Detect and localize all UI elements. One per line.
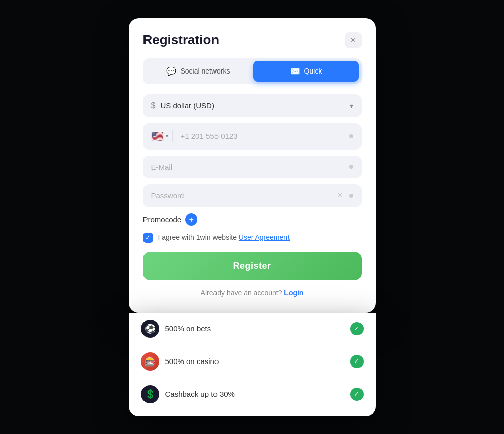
tab-quick[interactable]: ✉️ Quick: [253, 61, 359, 82]
bets-check-icon: ✓: [350, 322, 364, 335]
login-link[interactable]: Login: [284, 288, 303, 297]
list-item: 💲 Cashback up to 30% ✓: [135, 378, 370, 410]
add-promocode-button[interactable]: +: [185, 213, 197, 226]
email-icon: ✉️: [290, 66, 300, 76]
cashback-check-icon: ✓: [350, 388, 364, 401]
email-field[interactable]: E-Mail: [143, 156, 362, 178]
login-row: Already have an account? Login: [143, 288, 362, 297]
registration-modal: Registration × 💬 Social networks ✉️ Quic…: [129, 18, 376, 313]
modal-wrapper: Registration × 💬 Social networks ✉️ Quic…: [129, 18, 376, 416]
bets-bonus-text: 500% on bets: [165, 324, 344, 333]
phone-field: 🇺🇸 ▾ +1 201 555 0123: [143, 123, 362, 150]
dollar-icon: $: [151, 101, 156, 110]
casino-bonus-text: 500% on casino: [165, 357, 344, 366]
bets-icon-circle: ⚽: [141, 320, 159, 338]
list-item: 🎰 500% on casino ✓: [135, 345, 370, 378]
modal-title: Registration: [143, 32, 220, 48]
close-button[interactable]: ×: [345, 32, 362, 48]
cashback-icon-circle: 💲: [141, 385, 159, 403]
phone-group: 🇺🇸 ▾ +1 201 555 0123: [143, 123, 362, 150]
tab-social-networks[interactable]: 💬 Social networks: [146, 61, 251, 82]
agreement-text: I agree with 1win website User Agreement: [158, 233, 290, 243]
currency-value: US dollar (USD): [160, 101, 344, 110]
cashback-bonus-text: Cashback up to 30%: [165, 390, 344, 398]
register-button[interactable]: Register: [143, 252, 362, 280]
eye-icon[interactable]: 👁: [336, 191, 344, 200]
agreement-text-before: I agree with 1win website: [158, 233, 239, 241]
field-indicator: [349, 134, 353, 138]
email-indicator: [349, 165, 353, 169]
phone-placeholder[interactable]: +1 201 555 0123: [181, 132, 345, 140]
email-group: E-Mail: [143, 156, 362, 178]
password-indicator: [349, 194, 353, 198]
checkmark-icon: ✓: [145, 234, 151, 241]
password-field[interactable]: Password 👁: [143, 184, 362, 207]
modal-header: Registration ×: [143, 32, 362, 48]
currency-group: $ US dollar (USD) ▾: [143, 94, 362, 117]
chevron-down-icon: ▾: [350, 102, 353, 110]
tab-quick-label: Quick: [304, 67, 322, 75]
agreement-checkbox[interactable]: ✓: [143, 233, 153, 243]
casino-check-icon: ✓: [350, 355, 364, 368]
soccer-icon: ⚽: [145, 323, 156, 334]
password-placeholder: Password: [151, 191, 331, 200]
agreement-row: ✓ I agree with 1win website User Agreeme…: [143, 233, 362, 243]
flag-icon: 🇺🇸: [151, 130, 164, 142]
tab-group: 💬 Social networks ✉️ Quick: [143, 58, 362, 84]
password-group: Password 👁: [143, 184, 362, 207]
casino-icon: 🎰: [145, 356, 156, 367]
user-agreement-link[interactable]: User Agreement: [239, 233, 290, 241]
list-item: ⚽ 500% on bets ✓: [135, 313, 370, 345]
already-account-text: Already have an account?: [201, 288, 282, 297]
casino-icon-circle: 🎰: [141, 352, 159, 371]
email-placeholder: E-Mail: [151, 163, 344, 171]
flag-chevron-icon: ▾: [166, 133, 168, 139]
country-selector[interactable]: 🇺🇸 ▾: [151, 130, 173, 142]
promocode-row: Promocode +: [143, 213, 362, 226]
cashback-icon: 💲: [145, 389, 156, 400]
social-icon: 💬: [166, 66, 176, 76]
tab-social-label: Social networks: [180, 67, 230, 75]
bonus-panel: ⚽ 500% on bets ✓ 🎰 500% on casino ✓ 💲 Ca…: [129, 313, 376, 416]
currency-select[interactable]: $ US dollar (USD) ▾: [143, 94, 362, 117]
promocode-label: Promocode: [143, 215, 182, 224]
